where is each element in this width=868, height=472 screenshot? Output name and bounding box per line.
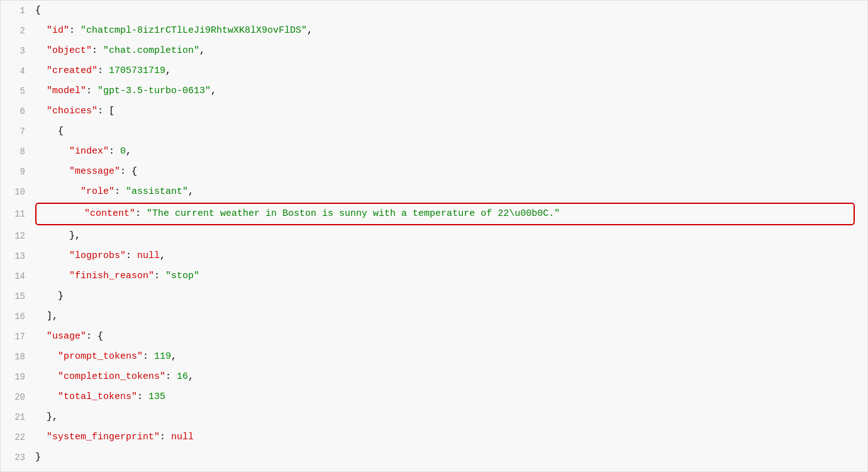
code-row: 18 "prompt_tokens": 119,	[1, 347, 867, 367]
line-number: 6	[1, 101, 35, 121]
code-row: 5 "model": "gpt-3.5-turbo-0613",	[1, 81, 867, 101]
code-row: 6 "choices": [	[1, 101, 867, 121]
code-line-content: "model": "gpt-3.5-turbo-0613",	[35, 81, 867, 101]
code-row: 14 "finish_reason": "stop"	[1, 266, 867, 286]
code-line-content: }	[35, 286, 867, 306]
code-line-content: "system_fingerprint": null	[35, 427, 867, 447]
code-line-content: "finish_reason": "stop"	[35, 266, 867, 286]
code-line-content: "object": "chat.completion",	[35, 41, 867, 61]
code-line-content: "created": 1705731719,	[35, 61, 867, 81]
code-row: 7 {	[1, 121, 867, 142]
code-row: 2 "id": "chatcmpl-8iz1rCTlLeJi9RhtwXK8lX…	[1, 21, 867, 41]
code-line-content: "role": "assistant",	[35, 182, 867, 202]
highlighted-line-box: "content": "The current weather in Bosto…	[35, 203, 855, 225]
code-line-content: ],	[35, 306, 867, 327]
line-number: 14	[1, 266, 35, 286]
code-row: 16 ],	[1, 306, 867, 327]
line-number: 18	[1, 347, 35, 367]
line-number: 4	[1, 61, 35, 81]
code-row: 11 "content": "The current weather in Bo…	[1, 202, 867, 226]
code-row: 22 "system_fingerprint": null	[1, 427, 867, 447]
code-line-content: }	[35, 447, 867, 468]
line-number: 7	[1, 121, 35, 142]
code-line-content: },	[35, 226, 867, 246]
line-number: 1	[1, 1, 35, 21]
code-row: 13 "logprobs": null,	[1, 246, 867, 266]
line-number: 9	[1, 162, 35, 182]
code-row: 23}	[1, 447, 867, 468]
line-number: 15	[1, 286, 35, 306]
line-number: 2	[1, 21, 35, 41]
code-line-content: "id": "chatcmpl-8iz1rCTlLeJi9RhtwXK8lX9o…	[35, 21, 867, 41]
line-number: 3	[1, 41, 35, 61]
line-number: 17	[1, 327, 35, 347]
code-line-content: "index": 0,	[35, 142, 867, 162]
code-row: 1{	[1, 1, 867, 21]
line-number: 12	[1, 226, 35, 246]
line-number: 11	[1, 204, 35, 224]
line-number: 16	[1, 306, 35, 327]
code-line-content: "completion_tokens": 16,	[35, 367, 867, 387]
code-row: 8 "index": 0,	[1, 142, 867, 162]
code-row: 15 }	[1, 286, 867, 306]
line-number: 8	[1, 142, 35, 162]
code-row: 4 "created": 1705731719,	[1, 61, 867, 81]
code-row: 10 "role": "assistant",	[1, 182, 867, 202]
line-number: 13	[1, 246, 35, 266]
code-line-content: "total_tokens": 135	[35, 387, 867, 407]
code-row: 17 "usage": {	[1, 327, 867, 347]
code-container: 1{2 "id": "chatcmpl-8iz1rCTlLeJi9RhtwXK8…	[1, 1, 867, 468]
line-number: 5	[1, 81, 35, 101]
code-viewer: 1{2 "id": "chatcmpl-8iz1rCTlLeJi9RhtwXK8…	[0, 0, 868, 472]
code-line-content: "content": "The current weather in Bosto…	[36, 204, 854, 224]
code-row: 20 "total_tokens": 135	[1, 387, 867, 407]
code-line-content: {	[35, 1, 867, 21]
code-line-content: {	[35, 121, 867, 142]
code-row: 12 },	[1, 226, 867, 246]
code-row: 9 "message": {	[1, 162, 867, 182]
code-line-content: },	[35, 407, 867, 427]
line-number: 22	[1, 427, 35, 447]
code-line-content: "prompt_tokens": 119,	[35, 347, 867, 367]
line-number: 21	[1, 407, 35, 427]
code-line-content: "usage": {	[35, 327, 867, 347]
line-number: 20	[1, 387, 35, 407]
line-number: 23	[1, 447, 35, 468]
code-row: 19 "completion_tokens": 16,	[1, 367, 867, 387]
code-row: 21 },	[1, 407, 867, 427]
code-row: 3 "object": "chat.completion",	[1, 41, 867, 61]
code-line-content: "message": {	[35, 162, 867, 182]
code-line-content: "logprobs": null,	[35, 246, 867, 266]
code-line-content: "choices": [	[35, 101, 867, 121]
line-number: 19	[1, 367, 35, 387]
line-number: 10	[1, 182, 35, 202]
